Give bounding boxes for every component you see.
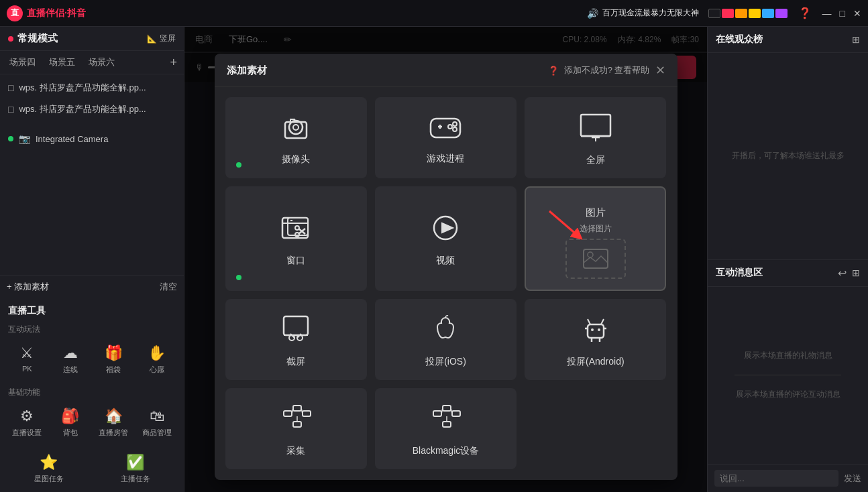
dialog-title: 添加素材 (227, 64, 267, 77)
source-card-blackmagic[interactable]: Blackmagic设备 (375, 388, 517, 469)
connect-icon: ☁ (63, 345, 78, 362)
source-card-game[interactable]: 游戏进程 (375, 97, 517, 178)
func-products[interactable]: 🛍 商品管理 (137, 402, 178, 443)
svg-rect-33 (588, 324, 604, 338)
basic-grid: ⚙ 直播设置 🎒 背包 🏠 直播房管 🛍 商品管理 (0, 399, 184, 446)
source-card-window[interactable]: 窗口 (225, 186, 367, 291)
source-card-video[interactable]: 视频 (375, 186, 517, 291)
svg-rect-40 (284, 411, 292, 416)
svg-marker-22 (442, 223, 453, 233)
window-green-dot (236, 275, 241, 280)
scene-tab-1[interactable]: 场景四 (7, 55, 38, 70)
audience-panel: 在线观众榜 ⊞ 开播后，可了解本场谁送礼最多 (708, 27, 868, 259)
fullscreen-card-label: 全屏 (586, 154, 605, 166)
scene-tab-3[interactable]: 场景六 (86, 55, 117, 70)
source-card-android[interactable]: 投屏(Android) (525, 299, 666, 380)
interactive-grid: ⚔ PK ☁ 连线 🎁 福袋 ✋ 心愿 (0, 336, 184, 383)
svg-rect-27 (284, 316, 308, 335)
layout-label: 竖屏 (160, 33, 176, 44)
star-task-label: 星图任务 (34, 474, 64, 484)
live-tools-title: 直播工具 (0, 298, 184, 320)
func-wish[interactable]: ✋ 心愿 (137, 339, 178, 380)
backpack-label: 背包 (63, 428, 78, 438)
svg-rect-49 (452, 411, 460, 416)
app-logo: 直 直播伴侣·抖音 (7, 5, 86, 21)
source-card-screenshot[interactable]: 截屏 (225, 299, 367, 380)
dialog-overlay: 添加素材 ❓ 添加不成功? 查看帮助 ✕ (184, 27, 707, 492)
close-icon[interactable]: ✕ (853, 8, 861, 19)
source-item-2[interactable]: □ wps. 抖店罗盘产品功能全解.pp... (0, 99, 184, 120)
mode-label: 常规模式 (17, 32, 58, 45)
layout-btn[interactable]: 📐 竖屏 (147, 33, 176, 44)
window-card-icon (280, 214, 312, 248)
func-star-task[interactable]: ⭐ 星图任务 (7, 448, 91, 489)
svg-point-1 (293, 125, 299, 130)
func-lucky-bag[interactable]: 🎁 福袋 (93, 339, 134, 380)
func-anchor-task[interactable]: ✅ 主播任务 (93, 448, 177, 489)
source-card-ios[interactable]: 投屏(iOS) (375, 299, 517, 380)
source-card-camera[interactable]: 摄像头 (225, 97, 367, 178)
color-block-4 (749, 9, 761, 18)
camera-green-dot (236, 162, 241, 168)
audience-expand-icon[interactable]: ⊞ (852, 34, 860, 45)
func-live-settings[interactable]: ⚙ 直播设置 (7, 402, 48, 443)
source-icon-1: □ (8, 82, 13, 93)
video-card-icon (431, 214, 459, 248)
lucky-bag-label: 福袋 (106, 365, 121, 375)
source-camera[interactable]: 📷 Integrated Camera (0, 120, 184, 158)
pk-icon: ⚔ (20, 345, 34, 362)
svg-line-44 (292, 408, 293, 414)
source-item-1[interactable]: □ wps. 抖店罗盘产品功能全解.pp... (0, 77, 184, 99)
func-backpack[interactable]: 🎒 背包 (50, 402, 91, 443)
messages-expand-icon[interactable]: ⊞ (852, 267, 860, 278)
messages-gift-text: 展示本场直播的礼物消息 (744, 350, 832, 361)
color-block-2 (722, 9, 734, 18)
scene-tabs: 场景四 场景五 场景六 + (0, 51, 184, 74)
comment-input[interactable] (714, 470, 838, 487)
layout-icon: 📐 (147, 34, 157, 44)
audience-panel-header: 在线观众榜 ⊞ (708, 27, 868, 53)
top-bar: 直 直播伴侣·抖音 🔊 百万现金流最暴力无限大神 ❓ — □ ✕ (0, 0, 868, 27)
game-card-icon (428, 113, 463, 146)
sidebar-footer: + 添加素材 清空 (0, 275, 184, 298)
dialog-help: ❓ 添加不成功? 查看帮助 ✕ (548, 63, 665, 78)
restore-icon[interactable]: □ (840, 8, 845, 19)
source-list: □ wps. 抖店罗盘产品功能全解.pp... □ wps. 抖店罗盘产品功能全… (0, 74, 184, 275)
send-btn[interactable]: 发送 (844, 473, 861, 485)
source-card-capture[interactable]: 采集 (225, 388, 367, 469)
messages-settings-icon[interactable]: ↩ (838, 267, 847, 280)
right-sidebar: 在线观众榜 ⊞ 开播后，可了解本场谁送礼最多 互动消息区 ↩ ⊞ 展示本场直播的… (707, 27, 868, 492)
camera-label: Integrated Camera (36, 134, 176, 144)
source-grid: 摄像头 (225, 97, 667, 469)
color-block-3 (735, 9, 747, 18)
game-card-label: 游戏进程 (427, 153, 464, 165)
source-card-fullscreen[interactable]: 全屏 (525, 97, 666, 178)
func-room-admin[interactable]: 🏠 直播房管 (93, 402, 134, 443)
minimize-icon[interactable]: — (822, 8, 832, 19)
svg-rect-50 (443, 422, 451, 427)
extra-grid: ⭐ 星图任务 ✅ 主播任务 (0, 446, 184, 492)
window-card-label: 窗口 (286, 255, 305, 267)
svg-rect-48 (443, 406, 451, 411)
dialog-help-text[interactable]: 添加不成功? 查看帮助 (564, 64, 650, 76)
image-placeholder-icon (582, 248, 609, 269)
svg-rect-43 (293, 422, 301, 427)
svg-rect-42 (303, 411, 311, 416)
source-card-image[interactable]: 图片 选择图片 (525, 186, 666, 291)
help-question-icon: ❓ (548, 66, 559, 76)
ios-card-label: 投屏(iOS) (425, 356, 466, 368)
screenshot-card-icon (281, 314, 311, 349)
messages-panel: 互动消息区 ↩ ⊞ 展示本场直播的礼物消息 展示本场直播的评论互动消息 发送 (708, 260, 868, 493)
products-icon: 🛍 (150, 408, 164, 425)
add-source-btn[interactable]: + 添加素材 (7, 281, 49, 293)
scene-tab-2[interactable]: 场景五 (46, 55, 78, 70)
source-label-2: wps. 抖店罗盘产品功能全解.pp... (19, 103, 176, 115)
func-connect[interactable]: ☁ 连线 (50, 339, 91, 380)
func-pk[interactable]: ⚔ PK (7, 339, 48, 380)
clear-btn[interactable]: 清空 (160, 281, 177, 293)
help-icon[interactable]: ❓ (798, 7, 812, 19)
star-task-icon: ⭐ (40, 454, 58, 471)
pk-label: PK (22, 365, 32, 373)
dialog-close-btn[interactable]: ✕ (655, 63, 665, 78)
scene-add-btn[interactable]: + (170, 56, 177, 70)
